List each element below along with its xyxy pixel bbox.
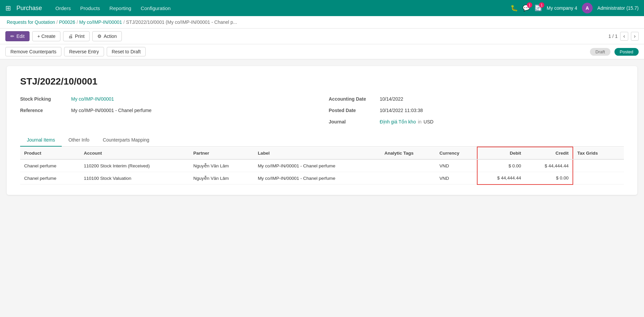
reference-value: My co/IMP-IN/00001 - Chanel perfume: [71, 108, 152, 113]
edit-icon: ✏: [10, 34, 14, 39]
row2-account: 110100 Stock Valuation: [80, 172, 189, 184]
status-bar: Remove Counterparts Reverse Entry Reset …: [0, 44, 644, 59]
journal-label: Journal: [329, 119, 376, 124]
col-currency: Currency: [436, 147, 478, 159]
row2-analytic-tags: [381, 172, 436, 184]
field-reference: Reference My co/IMP-IN/00001 - Chanel pe…: [20, 108, 315, 113]
reset-to-draft-button[interactable]: Reset to Draft: [107, 47, 146, 56]
prev-button[interactable]: ‹: [620, 32, 628, 41]
sep-3: /: [123, 19, 125, 25]
row2-debit: $ 44,444.44: [477, 172, 525, 184]
sep-2: /: [77, 19, 78, 25]
record-title: STJ/2022/10/0001: [20, 76, 624, 87]
field-journal: Journal Định giá Tồn kho in USD: [329, 119, 624, 124]
tabs: Journal Items Other Info Counterparts Ma…: [20, 134, 624, 147]
accounting-date-value: 10/14/2022: [380, 96, 403, 102]
record-card: STJ/2022/10/0001 Stock Picking My co/IMP…: [7, 66, 637, 195]
row2-currency: VND: [436, 172, 478, 184]
field-accounting-date: Accounting Date 10/14/2022: [329, 96, 624, 102]
bug-icon[interactable]: 🐛: [510, 4, 518, 12]
col-label: Label: [254, 147, 380, 159]
stock-picking-value[interactable]: My co/IMP-IN/00001: [71, 96, 114, 102]
row2-tax-grids: [573, 172, 616, 184]
breadcrumb-p00026[interactable]: P00026: [59, 19, 75, 25]
row2-actions: [616, 172, 624, 184]
chat-badge: 1: [527, 2, 532, 8]
col-credit: Credit: [525, 147, 573, 159]
refresh-badge: 1: [539, 2, 544, 8]
next-button[interactable]: ›: [631, 32, 639, 41]
row1-analytic-tags: [381, 159, 436, 172]
row1-credit: $ 44,444.44: [525, 159, 573, 172]
reference-label: Reference: [20, 108, 67, 113]
nav-configuration[interactable]: Configuration: [137, 4, 175, 12]
posted-date-value: 10/14/2022 11:03:38: [380, 108, 423, 113]
action-bar: ✏ Edit + Create 🖨 Print ⚙ Action 1 / 1 ‹…: [0, 29, 644, 44]
col-account: Account: [80, 147, 189, 159]
posted-date-label: Posted Date: [329, 108, 376, 113]
row1-partner: Nguyễn Văn Lâm: [189, 159, 254, 172]
gear-icon: ⚙: [97, 34, 102, 39]
col-product: Product: [20, 147, 80, 159]
fields-right: Accounting Date 10/14/2022 Posted Date 1…: [329, 96, 624, 124]
nav-links: Orders Products Reporting Configuration: [51, 4, 508, 12]
breadcrumb-imp[interactable]: My co/IMP-IN/00001: [79, 19, 122, 25]
status-posted: Posted: [614, 48, 639, 56]
nav-orders[interactable]: Orders: [51, 4, 75, 12]
table-row: Chanel perfume 110200 Stock Interim (Rec…: [20, 159, 624, 172]
user-name: Administrator (15.7): [597, 5, 639, 11]
accounting-date-label: Accounting Date: [329, 96, 376, 102]
row2-credit: $ 0.00: [525, 172, 573, 184]
row1-account: 110200 Stock Interim (Received): [80, 159, 189, 172]
journal-currency: USD: [424, 119, 434, 124]
col-debit: Debit: [477, 147, 525, 159]
sep-1: /: [56, 19, 58, 25]
row1-debit: $ 0.00: [477, 159, 525, 172]
breadcrumb: Requests for Quotation / P00026 / My co/…: [0, 16, 644, 29]
row1-currency: VND: [436, 159, 478, 172]
record-fields: Stock Picking My co/IMP-IN/00001 Referen…: [20, 96, 624, 124]
print-button[interactable]: 🖨 Print: [63, 31, 90, 41]
breadcrumb-current: STJ/2022/10/0001 (My co/IMP-IN/00001 - C…: [126, 19, 237, 25]
row2-product: Chanel perfume: [20, 172, 80, 184]
app-grid-icon[interactable]: ⊞: [5, 4, 11, 12]
status-draft: Draft: [590, 48, 610, 56]
row1-tax-grids: [573, 159, 616, 172]
tab-other-info[interactable]: Other Info: [62, 134, 96, 147]
tab-journal-items[interactable]: Journal Items: [20, 134, 62, 147]
print-icon: 🖨: [68, 34, 73, 39]
main-content: STJ/2022/10/0001 Stock Picking My co/IMP…: [0, 59, 644, 202]
breadcrumb-rfq[interactable]: Requests for Quotation: [7, 19, 55, 25]
col-tax-grids: Tax Grids: [573, 147, 616, 159]
nav-right: 🐛 💬 1 🔄 1 My company 4 A Administrator (…: [510, 3, 639, 13]
row1-product: Chanel perfume: [20, 159, 80, 172]
tab-counterparts-mapping[interactable]: Counterparts Mapping: [96, 134, 156, 147]
chat-icon[interactable]: 💬 1: [523, 4, 530, 12]
create-button[interactable]: + Create: [32, 31, 60, 41]
pagination-area: 1 / 1 ‹ ›: [608, 32, 639, 41]
nav-reporting[interactable]: Reporting: [105, 4, 135, 12]
journal-items-table: Product Account Partner Label Analytic T…: [20, 147, 624, 185]
journal-link[interactable]: Định giá Tồn kho: [380, 119, 416, 124]
app-title: Purchase: [16, 5, 42, 12]
refresh-icon[interactable]: 🔄 1: [535, 4, 542, 12]
row2-partner: Nguyễn Văn Lâm: [189, 172, 254, 184]
field-stock-picking: Stock Picking My co/IMP-IN/00001: [20, 96, 315, 102]
reverse-entry-button[interactable]: Reverse Entry: [64, 47, 104, 56]
col-actions: [616, 147, 624, 159]
company-name: My company 4: [547, 5, 577, 11]
status-indicators: Draft Posted: [590, 48, 639, 56]
field-posted-date: Posted Date 10/14/2022 11:03:38: [329, 108, 624, 113]
top-navigation: ⊞ Purchase Orders Products Reporting Con…: [0, 0, 644, 16]
stock-picking-label: Stock Picking: [20, 96, 67, 102]
col-partner: Partner: [189, 147, 254, 159]
edit-button[interactable]: ✏ Edit: [5, 31, 30, 41]
row1-actions: [616, 159, 624, 172]
action-button[interactable]: ⚙ Action: [92, 31, 122, 41]
user-avatar[interactable]: A: [582, 3, 593, 13]
col-analytic-tags: Analytic Tags: [381, 147, 436, 159]
row1-label: My co/IMP-IN/00001 - Chanel perfume: [254, 159, 380, 172]
remove-counterparts-button[interactable]: Remove Counterparts: [5, 47, 61, 56]
nav-products[interactable]: Products: [76, 4, 104, 12]
journal-value: Định giá Tồn kho in USD: [380, 119, 434, 124]
